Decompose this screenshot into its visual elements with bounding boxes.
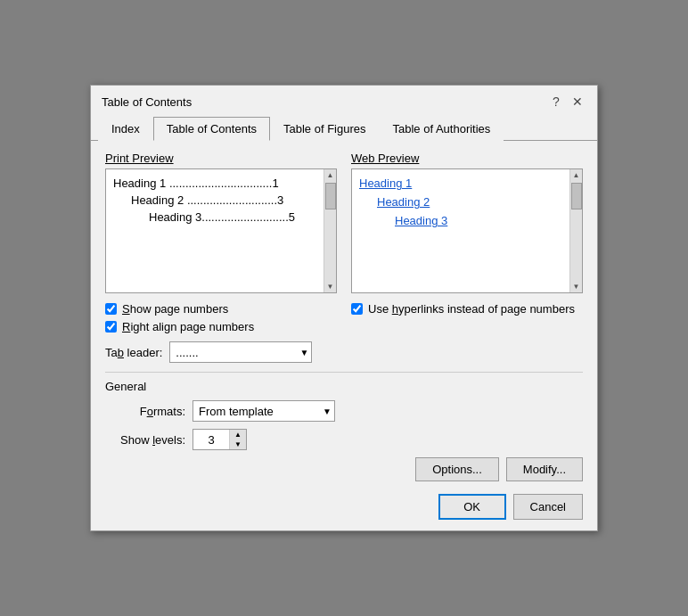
options-row: Show page numbers Right align page numbe… — [105, 302, 583, 363]
tab-bar: Index Table of Contents Table of Figures… — [91, 116, 597, 141]
web-scroll-up-arrow[interactable]: ▲ — [570, 169, 582, 181]
right-align-checkbox[interactable] — [105, 321, 117, 333]
web-preview-content: Heading 1 Heading 2 Heading 3 — [352, 169, 569, 292]
web-scroll-thumb[interactable] — [571, 183, 582, 209]
options-left-col: Show page numbers Right align page numbe… — [105, 302, 337, 363]
show-page-numbers-label[interactable]: Show page numbers — [122, 302, 228, 316]
print-heading1: Heading 1 ..............................… — [113, 177, 316, 190]
dialog-body: Print Preview Heading 1 ................… — [91, 141, 597, 530]
tab-leader-row: Tab leader: ....... (none) ------- _____… — [105, 341, 337, 363]
formats-select[interactable]: From template Classic Distinctive Fancy … — [192, 400, 335, 422]
scroll-down-arrow[interactable]: ▼ — [324, 281, 336, 292]
scroll-up-arrow[interactable]: ▲ — [324, 169, 336, 181]
show-levels-label: Show levels: — [105, 433, 185, 447]
tab-authorities[interactable]: Table of Authorities — [380, 117, 504, 141]
web-scroll-down-arrow[interactable]: ▼ — [570, 281, 582, 292]
web-preview-label: Web Preview — [351, 152, 583, 165]
web-preview-scrollbar[interactable]: ▲ ▼ — [569, 169, 582, 292]
general-title: General — [105, 380, 583, 393]
title-bar: Table of Contents ? ✕ — [91, 86, 597, 114]
title-controls: ? ✕ — [547, 93, 586, 111]
formats-select-wrapper: From template Classic Distinctive Fancy … — [192, 400, 335, 422]
tab-leader-label: Tab leader: — [105, 346, 162, 359]
show-levels-spinbox: ▲ ▼ — [192, 429, 247, 450]
ok-button[interactable]: OK — [438, 494, 506, 520]
print-preview-label: Print Preview — [105, 152, 337, 165]
print-heading2: Heading 2 ............................3 — [131, 193, 316, 207]
right-align-label[interactable]: Right align page numbers — [122, 320, 254, 333]
right-align-row: Right align page numbers — [105, 320, 337, 333]
web-preview-section: Web Preview Heading 1 Heading 2 Heading … — [351, 152, 583, 293]
scroll-thumb[interactable] — [325, 183, 336, 209]
show-levels-input[interactable] — [193, 431, 229, 448]
tab-figures[interactable]: Table of Figures — [270, 117, 380, 141]
web-preview-box: Heading 1 Heading 2 Heading 3 ▲ ▼ — [351, 168, 583, 293]
print-preview-section: Print Preview Heading 1 ................… — [105, 152, 337, 293]
formats-row: Formats: From template Classic Distincti… — [105, 400, 583, 422]
formats-label: Formats: — [105, 405, 185, 418]
spinbox-down-button[interactable]: ▼ — [230, 439, 246, 449]
use-hyperlinks-label[interactable]: Use hyperlinks instead of page numbers — [368, 302, 575, 316]
spinbox-up-button[interactable]: ▲ — [230, 430, 246, 439]
tab-toc[interactable]: Table of Contents — [153, 117, 270, 141]
help-button[interactable]: ? — [547, 93, 565, 111]
dialog: Table of Contents ? ✕ Index Table of Con… — [90, 85, 598, 531]
previews-row: Print Preview Heading 1 ................… — [105, 152, 583, 293]
cancel-button[interactable]: Cancel — [513, 494, 583, 520]
web-heading1[interactable]: Heading 1 — [359, 177, 562, 190]
show-page-numbers-checkbox[interactable] — [105, 303, 117, 315]
options-right-col: Use hyperlinks instead of page numbers — [351, 302, 583, 363]
modify-button[interactable]: Modify... — [506, 457, 583, 481]
spinbox-buttons: ▲ ▼ — [229, 430, 246, 449]
print-preview-content: Heading 1 ..............................… — [106, 169, 324, 292]
show-page-numbers-row: Show page numbers — [105, 302, 337, 316]
dialog-title: Table of Contents — [102, 95, 192, 109]
web-heading2[interactable]: Heading 2 — [377, 195, 562, 209]
use-hyperlinks-checkbox[interactable] — [351, 303, 363, 315]
use-hyperlinks-row: Use hyperlinks instead of page numbers — [351, 302, 583, 316]
action-buttons-row: Options... Modify... — [105, 457, 583, 481]
options-button[interactable]: Options... — [415, 457, 499, 481]
divider — [105, 372, 583, 373]
web-heading3[interactable]: Heading 3 — [395, 214, 562, 227]
print-heading3: Heading 3...........................5 — [149, 210, 316, 224]
tab-leader-select-wrapper: ....... (none) ------- _______ ▼ — [169, 341, 312, 363]
general-section: General Formats: From template Classic D… — [105, 380, 583, 450]
show-levels-row: Show levels: ▲ ▼ — [105, 429, 583, 450]
print-preview-scrollbar[interactable]: ▲ ▼ — [324, 169, 336, 292]
tab-index[interactable]: Index — [98, 117, 153, 141]
close-button[interactable]: ✕ — [569, 93, 586, 111]
bottom-buttons: OK Cancel — [105, 494, 583, 520]
print-preview-box: Heading 1 ..............................… — [105, 168, 337, 293]
tab-leader-select[interactable]: ....... (none) ------- _______ — [169, 341, 312, 363]
